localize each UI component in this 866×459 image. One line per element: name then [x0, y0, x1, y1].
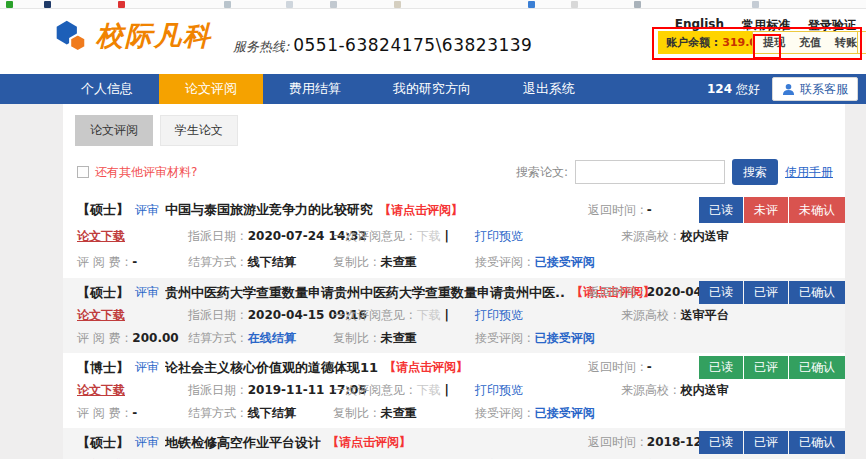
favicon[interactable] [44, 1, 51, 8]
status-confirmed-button[interactable]: 已确认 [789, 281, 845, 304]
tab-paper-review[interactable]: 论文评阅 [75, 115, 153, 146]
status-reviewed-button[interactable]: 已评 [744, 281, 788, 304]
search-button[interactable]: 搜索 [732, 159, 778, 185]
assign-date-label: 指派日期 : [188, 229, 244, 243]
favicon[interactable] [752, 1, 759, 8]
click-to-review-hint[interactable]: 【请点击评阅】 [379, 197, 463, 223]
nav-item-logout[interactable]: 退出系统 [497, 74, 601, 104]
status-reviewed-button[interactable]: 已评 [744, 356, 788, 379]
nav-items: 个人信息 论文评阅 费用结算 我的研究方向 退出系统 [55, 74, 601, 104]
source-school-value: 送审平台 [681, 308, 729, 322]
user-greeting: 124您好 [707, 81, 760, 98]
status-read-button[interactable]: 已读 [699, 197, 743, 223]
status-read-button[interactable]: 已读 [699, 281, 743, 304]
paper-title[interactable]: 地铁检修高空作业平台设计 [165, 431, 321, 454]
accept-review-link[interactable]: 已接受评阅 [535, 331, 595, 345]
checkbox-box-icon[interactable] [77, 166, 89, 178]
opinion-download-link[interactable]: 下载 [417, 229, 441, 243]
review-link[interactable]: 评审 [135, 281, 159, 304]
status-confirmed-button[interactable]: 已确认 [789, 431, 845, 454]
review-link[interactable]: 评审 [135, 431, 159, 454]
print-preview-link[interactable]: 打印预览 [475, 383, 523, 397]
contact-service-button[interactable]: 联系客服 [772, 77, 858, 101]
paper-item: 【硕士】 评审 中国与泰国旅游业竞争力的比较研究 【请点击评阅】 返回时间 :-… [63, 194, 845, 278]
first-opinion-label: 一次评阅意见 : [333, 308, 413, 322]
fee-label: 评 阅 费 : [77, 255, 129, 269]
other-materials-checkbox[interactable]: 还有其他评审材料? [77, 164, 197, 181]
favicon[interactable] [571, 1, 578, 8]
user-manual-link[interactable]: 使用手册 [785, 164, 833, 181]
recharge-button[interactable]: 充值 [792, 35, 828, 50]
clipped-panel-edge [857, 31, 866, 54]
paper-title[interactable]: 贵州中医药大学查重数量申请贵州中医药大学查重数量申请贵州中医... [165, 281, 565, 304]
accept-review-link[interactable]: 已接受评阅 [535, 406, 595, 420]
favicon[interactable] [528, 1, 535, 8]
status-reviewed-button[interactable]: 已评 [744, 431, 788, 454]
status-buttons: 已读 已评 已确认 [699, 281, 845, 304]
status-confirmed-button[interactable]: 已确认 [789, 356, 845, 379]
paper-item: 【硕士】 评审 地铁检修高空作业平台设计 【请点击评阅】 返回时间 :2018-… [63, 428, 845, 459]
paper-title-row: 【硕士】 评审 中国与泰国旅游业竞争力的比较研究 【请点击评阅】 返回时间 :-… [63, 197, 845, 223]
withdraw-button[interactable]: 提现 [756, 35, 792, 50]
status-confirmed-button[interactable]: 未确认 [789, 197, 845, 223]
contact-service-label: 联系客服 [800, 81, 848, 98]
tab-student-papers[interactable]: 学生论文 [160, 115, 238, 146]
logo[interactable]: 校际凡科 [55, 18, 212, 54]
paper-item: 【博士】 评审 论社会主义核心价值观的道德体现11 【请点击评阅】 返回时间 :… [63, 353, 845, 428]
print-preview-link[interactable]: 打印预览 [475, 229, 523, 243]
favicon[interactable] [6, 1, 13, 8]
paper-download-link[interactable]: 论文下载 [77, 229, 125, 243]
status-read-button[interactable]: 已读 [699, 431, 743, 454]
paper-download-link[interactable]: 论文下载 [77, 383, 125, 397]
accept-review-link[interactable]: 已接受评阅 [535, 255, 595, 269]
degree-badge: 【硕士】 [77, 431, 129, 454]
copy-ratio-label: 复制比 : [333, 406, 377, 420]
status-reviewed-button[interactable]: 未评 [744, 197, 788, 223]
paper-detail-row-2: 评 阅 费 : 200.00 结算方式 : 在线结算 复制比 : 未查重 接受评… [63, 327, 845, 350]
paper-title[interactable]: 论社会主义核心价值观的道德体现11 [165, 356, 378, 379]
status-read-button[interactable]: 已读 [699, 356, 743, 379]
fee-value: 200.00 [132, 331, 178, 345]
paper-list: 【硕士】 评审 中国与泰国旅游业竞争力的比较研究 【请点击评阅】 返回时间 :-… [63, 194, 845, 459]
settlement-value[interactable]: 在线结算 [248, 331, 296, 345]
settlement-value[interactable]: 线下结算 [248, 255, 296, 269]
review-link[interactable]: 评审 [135, 197, 159, 223]
paper-download-link[interactable]: 论文下载 [77, 308, 125, 322]
copy-ratio-value: 未查重 [381, 406, 417, 420]
opinion-separator: | [445, 383, 449, 397]
settlement-value[interactable]: 线下结算 [248, 406, 296, 420]
accept-review-label: 接受评阅 : [475, 255, 531, 269]
copy-ratio-value: 未查重 [381, 255, 417, 269]
favicon[interactable] [224, 1, 231, 8]
logo-text: 校际凡科 [96, 18, 212, 54]
click-to-review-hint[interactable]: 【请点击评阅】 [327, 431, 411, 454]
paper-title-row: 【博士】 评审 论社会主义核心价值观的道德体现11 【请点击评阅】 返回时间 :… [63, 356, 845, 379]
search-label: 搜索论文: [516, 164, 568, 181]
paper-title[interactable]: 中国与泰国旅游业竞争力的比较研究 [165, 197, 373, 223]
fee-value: - [132, 255, 137, 269]
content-panel: 论文评阅 学生论文 还有其他评审材料? 搜索论文: 搜索 使用手册 【硕士】 评… [63, 104, 845, 459]
balance-label: 账户余额 : [666, 35, 718, 50]
degree-badge: 【硕士】 [77, 197, 129, 223]
degree-badge: 【硕士】 [77, 281, 129, 304]
nav-item-fee-settlement[interactable]: 费用结算 [263, 74, 367, 104]
favicon[interactable] [286, 1, 293, 8]
favicon[interactable] [330, 1, 337, 8]
favicon[interactable] [394, 1, 401, 8]
opinion-download-link[interactable]: 下载 [417, 383, 441, 397]
print-preview-link[interactable]: 打印预览 [475, 308, 523, 322]
nav-item-personal-info[interactable]: 个人信息 [55, 74, 159, 104]
favicon[interactable] [634, 1, 641, 8]
review-link[interactable]: 评审 [135, 356, 159, 379]
opinion-download-link[interactable]: 下载 [417, 308, 441, 322]
status-buttons: 已读 已评 已确认 [699, 431, 845, 454]
click-to-review-hint[interactable]: 【请点击评阅】 [384, 356, 468, 379]
assign-date-label: 指派日期 : [188, 383, 244, 397]
nav-item-research-direction[interactable]: 我的研究方向 [367, 74, 497, 104]
settlement-label: 结算方式 : [188, 406, 244, 420]
favicon[interactable] [118, 1, 125, 8]
nav-item-paper-review[interactable]: 论文评阅 [159, 74, 263, 104]
search-input[interactable] [575, 160, 725, 184]
paper-detail-row-1: 论文下载 指派日期 : 2019-11-11 17:05 一次评阅意见 : 下载… [63, 379, 845, 402]
balance-actions: 提现 充值 转账 [752, 31, 866, 54]
